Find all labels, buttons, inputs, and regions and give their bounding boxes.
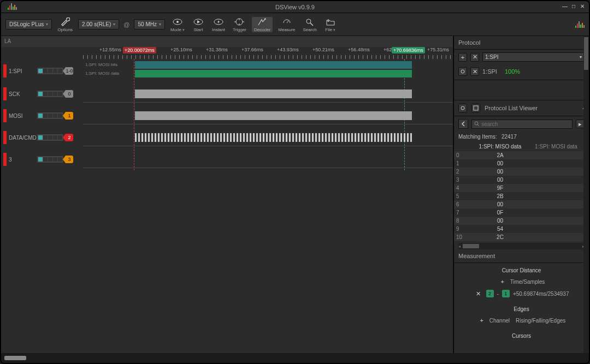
channel-number[interactable]: 1-0 <box>66 67 73 75</box>
trigger-icon <box>233 17 245 27</box>
table-row[interactable]: 49F <box>454 184 589 192</box>
channel-number[interactable]: 2 <box>66 134 73 141</box>
titlebar: DSView v0.9.9 — □ ✕ <box>1 1 589 13</box>
table-row[interactable]: 102C <box>454 233 589 241</box>
bottom-scrollbar[interactable] <box>1 353 589 363</box>
app-logo-icon <box>8 3 17 10</box>
cursor-marker-2[interactable]: +20.00072ms <box>123 47 156 53</box>
cursor-marker-1[interactable]: +70.69836ms <box>392 47 425 53</box>
device-dropdown[interactable]: DSLogic PLus <box>5 19 52 29</box>
table-row[interactable]: 200 <box>454 168 589 176</box>
protocol-table: 1:SPI: MISO data 1:SPI: MOSI data 02A100… <box>454 142 589 243</box>
mode-icon <box>172 17 184 27</box>
measure-icon <box>281 17 293 27</box>
decode-band <box>135 70 412 77</box>
trigger-selector[interactable] <box>37 91 63 97</box>
table-row[interactable]: 600 <box>454 200 589 208</box>
trigger-selector[interactable] <box>37 68 63 74</box>
trigger-button[interactable]: Trigger <box>231 17 249 32</box>
at-label: @ <box>122 21 131 28</box>
table-hscroll[interactable]: ◂▸ <box>458 243 585 249</box>
svg-rect-8 <box>474 106 478 110</box>
minimize-icon[interactable]: — <box>562 3 568 10</box>
channel-row[interactable]: 1:SPI 1-01:SPI: MOSI bits1:SPI: MOSI dat… <box>1 59 453 83</box>
decoder-name: 1:SPI <box>482 68 497 75</box>
add-decoder-button[interactable]: + <box>458 53 467 62</box>
cursor-distance-label: Cursor Distance <box>458 267 585 273</box>
channel-row[interactable]: MOSI 1 <box>1 105 453 127</box>
measure-button[interactable]: Measure <box>276 17 297 32</box>
table-row[interactable]: 02A <box>454 151 589 159</box>
back-button[interactable] <box>458 119 468 129</box>
col-miso[interactable]: 1:SPI: MISO data <box>471 142 529 151</box>
channel-color-icon <box>3 64 7 77</box>
search-button[interactable]: Search <box>300 17 318 32</box>
table-row[interactable]: 954 <box>454 225 589 233</box>
la-label: LA <box>1 36 453 47</box>
close-icon[interactable]: ✕ <box>579 3 586 10</box>
decoder-settings-button[interactable] <box>458 67 467 76</box>
channel-number[interactable]: 3 <box>66 156 73 163</box>
wrench-icon <box>59 17 71 27</box>
signal-burst <box>135 133 412 142</box>
list-viewer-title: Protocol List Viewer <box>485 105 578 111</box>
cursor-chip-2[interactable]: 2 <box>486 290 494 297</box>
channel-number[interactable]: 1 <box>66 112 73 120</box>
options-button[interactable]: Options <box>55 17 75 32</box>
channel-row[interactable]: 3 3 <box>1 148 453 170</box>
decoder-select[interactable]: 1:SPI <box>482 52 585 62</box>
listview-settings-button[interactable] <box>458 104 467 112</box>
cursor-chip-1[interactable]: 1 <box>502 290 510 297</box>
table-row[interactable]: 70F <box>454 208 589 217</box>
svg-point-5 <box>306 19 311 23</box>
file-button[interactable]: File▾ <box>322 17 339 32</box>
remove-distance-button[interactable]: ✕ <box>474 289 483 298</box>
distance-value: +50.69874ms/2534937 <box>513 291 569 297</box>
time-ruler[interactable]: +12.55ms +20.00072ms +25.10ms +31.38ms +… <box>83 47 453 59</box>
channel-color-icon <box>3 131 7 144</box>
channel-number[interactable]: 0 <box>66 90 73 98</box>
trigger-selector[interactable] <box>37 134 63 141</box>
add-distance-button[interactable]: + <box>498 277 507 286</box>
trigger-selector[interactable] <box>37 156 63 163</box>
col-mosi[interactable]: 1:SPI: MOSI data <box>529 142 583 151</box>
decoder-icon <box>256 17 268 27</box>
frequency-dropdown[interactable]: 50 MHz <box>134 19 164 29</box>
channel-name: SCK <box>9 91 35 97</box>
matching-count: 22417 <box>502 134 517 140</box>
table-row[interactable]: 100 <box>454 159 589 168</box>
table-row[interactable]: 52B <box>454 192 589 200</box>
search-icon <box>474 121 479 127</box>
channel-row[interactable]: DATA/CMD 2 <box>1 127 453 148</box>
waveform-area[interactable]: LA +12.55ms +20.00072ms +25.10ms +31.38m… <box>1 36 453 353</box>
maximize-icon[interactable]: □ <box>570 3 577 10</box>
decoder-delete-button[interactable]: ✕ <box>470 67 479 76</box>
file-icon <box>324 17 337 27</box>
svg-point-6 <box>461 70 464 73</box>
window-title: DSView v0.9.9 <box>275 4 315 10</box>
signal-band <box>135 89 412 98</box>
remove-decoder-button[interactable]: ✕ <box>470 53 479 62</box>
app-logo-right-icon <box>575 21 585 28</box>
mode-button[interactable]: Mode▾ <box>168 17 187 32</box>
signal-band <box>135 111 412 120</box>
channel-name: MOSI <box>9 113 35 119</box>
svg-point-1 <box>176 21 179 23</box>
trigger-selector[interactable] <box>37 112 63 119</box>
listview-save-button[interactable] <box>471 104 480 112</box>
toolbar: DSLogic PLus Options 2.00 s(RLE) @ 50 MH… <box>1 13 589 36</box>
svg-point-7 <box>461 106 464 110</box>
channel-color-icon <box>3 153 7 166</box>
add-edges-button[interactable]: + <box>477 316 486 325</box>
channel-name: 3 <box>9 157 35 163</box>
channel-color-icon <box>3 87 7 100</box>
table-row[interactable]: 300 <box>454 176 589 184</box>
table-row[interactable]: 800 <box>454 217 589 225</box>
instant-button[interactable]: Instant <box>210 17 227 32</box>
start-button[interactable]: Start <box>190 17 206 32</box>
search-input[interactable] <box>471 120 573 129</box>
decode-band <box>135 61 412 69</box>
decoder-button[interactable]: Decoder <box>252 17 273 32</box>
duration-dropdown[interactable]: 2.00 s(RLE) <box>78 19 119 29</box>
channel-row[interactable]: SCK 0 <box>1 83 453 105</box>
